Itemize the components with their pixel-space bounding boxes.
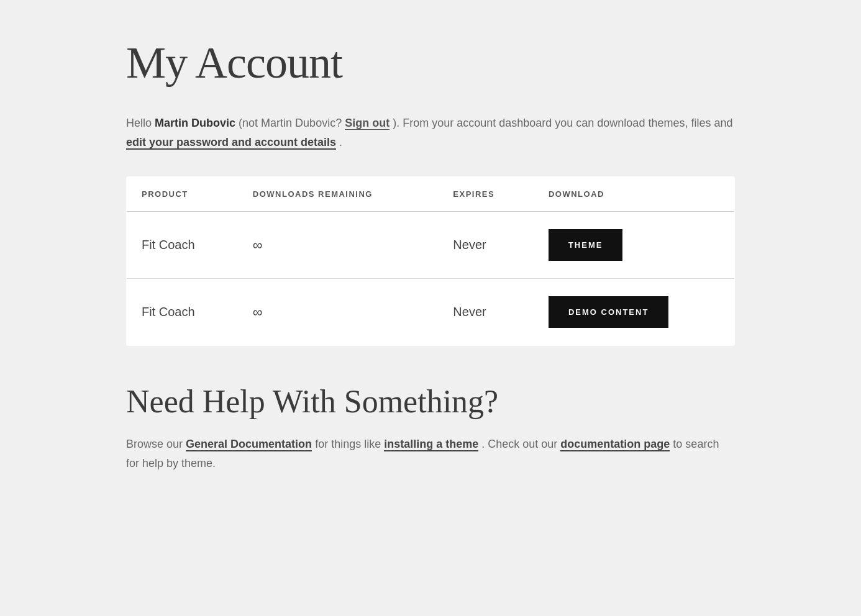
table-header-row: PRODUCT DOWNLOADS REMAINING EXPIRES DOWN… — [127, 177, 735, 212]
doc-page-link[interactable]: documentation page — [560, 438, 670, 451]
greeting-end: . — [339, 136, 342, 148]
help-title: Need Help With Something? — [126, 383, 735, 420]
col-product: PRODUCT — [127, 177, 238, 212]
help-paragraph: Browse our General Documentation for thi… — [126, 435, 735, 473]
table-row: Fit Coach ∞ Never DEMO CONTENT — [127, 279, 735, 346]
infinity-icon-2: ∞ — [253, 304, 263, 320]
edit-account-link[interactable]: edit your password and account details — [126, 136, 336, 150]
product-name-2: Fit Coach — [127, 279, 238, 346]
download-cell-1: THEME — [534, 212, 735, 279]
help-check: . Check out our — [481, 438, 560, 450]
greeting-prefix: Hello — [126, 117, 152, 129]
greeting-suffix: ). From your account dashboard you can d… — [393, 117, 732, 129]
username-display: Martin Dubovic — [155, 117, 235, 129]
download-cell-2: DEMO CONTENT — [534, 279, 735, 346]
table-header: PRODUCT DOWNLOADS REMAINING EXPIRES DOWN… — [127, 177, 735, 212]
col-download: DOWNLOAD — [534, 177, 735, 212]
installing-theme-link[interactable]: installing a theme — [384, 438, 478, 451]
sign-out-link[interactable]: Sign out — [345, 117, 390, 130]
help-prefix: Browse our — [126, 438, 183, 450]
infinity-icon-1: ∞ — [253, 237, 263, 253]
page-container: My Account Hello Martin Dubovic (not Mar… — [76, 0, 785, 522]
general-docs-link[interactable]: General Documentation — [186, 438, 312, 451]
col-downloads: DOWNLOADS REMAINING — [238, 177, 439, 212]
downloads-table: PRODUCT DOWNLOADS REMAINING EXPIRES DOWN… — [126, 176, 735, 346]
demo-content-download-button[interactable]: DEMO CONTENT — [549, 296, 668, 328]
expires-2: Never — [438, 279, 534, 346]
downloads-remaining-1: ∞ — [238, 212, 439, 279]
expires-1: Never — [438, 212, 534, 279]
downloads-remaining-2: ∞ — [238, 279, 439, 346]
greeting-paragraph: Hello Martin Dubovic (not Martin Dubovic… — [126, 114, 735, 152]
not-user-text: (not Martin Dubovic? — [239, 117, 345, 129]
product-name-1: Fit Coach — [127, 212, 238, 279]
table-body: Fit Coach ∞ Never THEME Fit Coach ∞ Neve… — [127, 212, 735, 346]
theme-download-button[interactable]: THEME — [549, 229, 623, 261]
help-section: Need Help With Something? Browse our Gen… — [126, 383, 735, 473]
table-row: Fit Coach ∞ Never THEME — [127, 212, 735, 279]
page-title: My Account — [126, 37, 735, 89]
col-expires: EXPIRES — [438, 177, 534, 212]
help-middle: for things like — [315, 438, 384, 450]
